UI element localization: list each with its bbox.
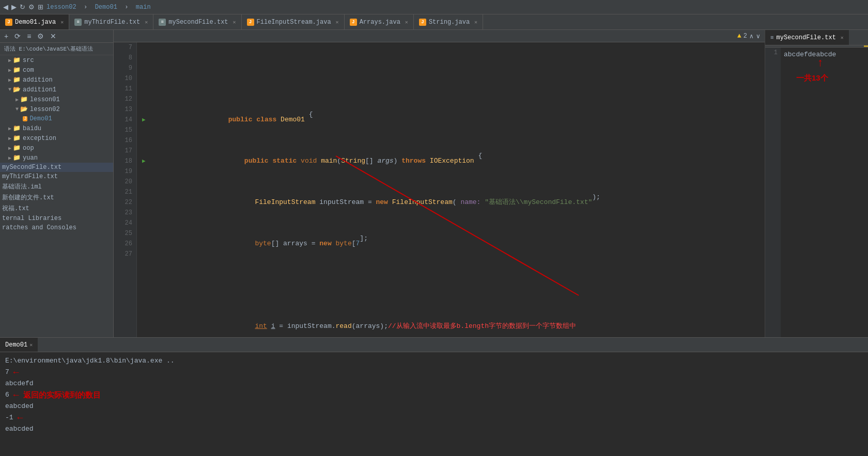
forward-btn[interactable]: ▶ [11,3,17,11]
sidebar-item-zhufu[interactable]: 祝福.txt [0,203,113,214]
folder-icon: 📁 [13,66,21,74]
sidebar-exception-label: exception [23,135,56,142]
tab-arrays-close[interactable]: ✕ [405,19,408,25]
sidebar-mythird-label: myThirdFile.txt [2,173,58,180]
line-numbers: 7 8 9 10 11 12 13 14 15 16 17 18 [114,42,137,337]
tab-mysecond-close[interactable]: ✕ [233,19,236,25]
back-btn[interactable]: ◀ [3,3,8,11]
sidebar-add-btn[interactable]: + [2,31,10,41]
tab-mysecond[interactable]: ≡ mySecondFile.txt ✕ [153,14,241,29]
refresh-btn[interactable]: ↻ [20,3,25,11]
tab-arrays[interactable]: J Arrays.java ✕ [345,14,414,29]
output-6-arrow: ← [13,389,19,401]
sidebar-lesson02-label: lesson02 [30,106,60,113]
sidebar-sync-btn[interactable]: ⟳ [12,31,23,41]
sidebar-demo01-label: Demo01 [29,115,52,122]
output-line-7: 7 ← [5,367,863,378]
sidebar-lesson01-label: lesson01 [30,96,60,103]
settings-btn[interactable]: ⚙ [28,3,35,11]
java-file-icon: J [23,116,27,121]
output-eabcded1: eabcded [5,401,863,412]
line-13: 13 [114,104,132,115]
tab-string[interactable]: J String.java ✕ [414,14,483,29]
sidebar-item-lesson01[interactable]: ▶ 📁 lesson01 [0,95,113,104]
right-line-numbers: 1 [765,48,781,337]
layout-btn[interactable]: ⊞ [38,3,43,11]
arrow-icon: ▶ [8,67,11,73]
output-abcdefd: abcdefd [5,378,863,389]
sidebar-item-libraries[interactable]: ternal Libraries [0,214,113,223]
right-file-text: abcdefdeabcde [784,51,836,58]
line-11: 11 [114,84,132,94]
bottom-tab-label: Demo01 [5,341,27,349]
sidebar-item-addition[interactable]: ▶ 📁 addition [0,75,113,85]
bottom-tab-close[interactable]: ✕ [29,342,33,348]
sidebar-item-scratches[interactable]: ratches and Consoles [0,223,113,232]
tab-demo01-close[interactable]: ✕ [60,19,64,25]
sidebar-item-addition1[interactable]: ▼ 📂 addition1 [0,85,113,95]
sidebar-mysecond-label: mySecondFile.txt [2,164,61,171]
bottom-content: E:\environment\java\jdk1.8\bin\java.exe … [0,352,868,456]
sidebar-settings-btn[interactable]: ⚙ [35,31,46,41]
tab-demo01[interactable]: J Demo01.java ✕ [0,14,69,29]
line-12: 12 [114,94,132,104]
warning-nav-up[interactable]: ∧ [749,33,754,40]
sidebar-item-demo01[interactable]: J Demo01 [0,114,113,123]
sidebar-scratches-label: ratches and Consoles [2,224,76,231]
tab-demo01-label: Demo01.java [15,19,56,26]
sidebar-newfile-label: 新创建的文件.txt [2,193,54,202]
line-14: 14 [114,115,132,125]
sidebar-item-oop[interactable]: ▶ 📁 oop [0,143,113,153]
output-6-text: 6 [5,389,9,401]
tab-mythird[interactable]: ≡ myThirdFile.txt ✕ [69,14,153,29]
tab-mythird-label: myThirdFile.txt [84,19,140,26]
run-btn-8[interactable]: ▶ [142,115,146,125]
sidebar-item-mysecond[interactable]: mySecondFile.txt [0,163,113,172]
right-panel-tab-bar: ≡ mySecondFile.txt ✕ [765,30,868,45]
arrow-icon: ▶ [8,125,11,132]
line-20: 20 [114,177,132,187]
tab-fileinput-label: FileInputStream.java [257,19,331,26]
sidebar-item-com[interactable]: ▶ 📁 com [0,65,113,75]
sidebar-item-exception[interactable]: ▶ 📁 exception [0,133,113,143]
txt-icon2: ≡ [159,19,166,26]
right-panel: ≡ mySecondFile.txt ✕ 1 abcdefdeabcde [765,30,868,337]
line-19: 19 [114,166,132,177]
arrow-icon: ▶ [8,57,11,64]
run-btn-9[interactable]: ▶ [142,156,146,166]
sidebar-item-baidu[interactable]: ▶ 📁 baidu [0,123,113,133]
breadcrumb-main: main [136,4,151,11]
sidebar-item-lesson02[interactable]: ▼ 📂 lesson02 [0,104,113,114]
code-line-7 [142,73,765,84]
output-line-6: 6 ← 返回的实际读到的数目 [5,389,863,401]
output-eabcded2: eabcded [5,423,863,435]
sidebar-collapse-btn[interactable]: ≡ [25,31,33,41]
bottom-tab-demo01[interactable]: Demo01 ✕ [0,338,38,352]
total-annotation: 一共13个 [796,73,828,83]
arrow-icon: ▶ [8,145,11,151]
tab-fileinput-close[interactable]: ✕ [336,19,339,25]
tab-mythird-close[interactable]: ✕ [145,19,148,25]
warning-nav-down[interactable]: ∨ [756,33,761,40]
sidebar-item-mythird[interactable]: myThirdFile.txt [0,172,113,181]
code-line-13: int i = inputStream.read(arrays);//从输入流中… [142,321,765,332]
folder-icon: 📁 [13,124,21,132]
sidebar-close-btn[interactable]: ✕ [48,31,58,41]
sidebar-item-newfile[interactable]: 新创建的文件.txt [0,192,113,203]
warning-stripe [864,45,868,47]
code-content: ▶ public class Demo01 { ▶ public static … [137,42,765,337]
sidebar-item-yuan[interactable]: ▶ 📁 yuan [0,153,113,163]
right-tab-close[interactable]: ✕ [841,35,844,41]
tab-fileinput[interactable]: J FileInputStream.java ✕ [242,14,345,29]
sidebar-item-jichu[interactable]: 基础语法.iml [0,181,113,192]
output-line-minus1: -1 ← [5,412,863,423]
line-15: 15 [114,125,132,135]
right-panel-tab[interactable]: ≡ mySecondFile.txt ✕ [765,30,849,45]
tab-string-close[interactable]: ✕ [474,19,477,25]
sidebar-item-src[interactable]: ▶ 📁 src [0,55,113,65]
line-17: 17 [114,146,132,156]
code-line-9: ▶ public static void main(String[] args)… [142,156,765,166]
java-icon2: J [247,19,254,26]
sidebar-addition1-label: addition1 [23,86,56,93]
folder-icon: 📂 [20,105,28,113]
